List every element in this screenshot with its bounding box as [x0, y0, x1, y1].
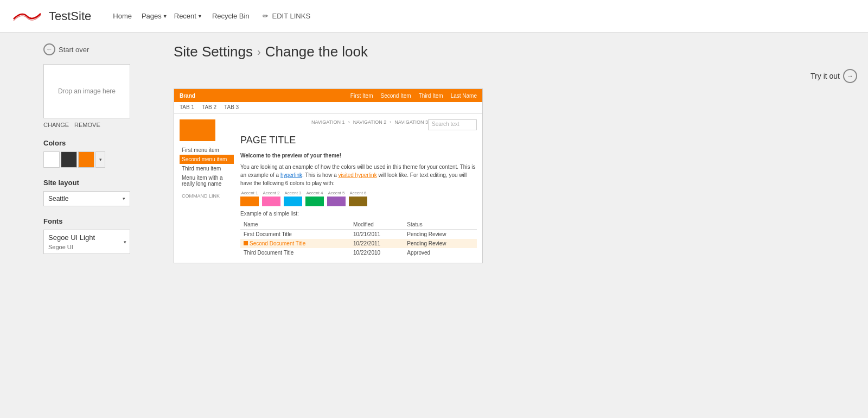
- preview-nav-item-2: Second Item: [380, 93, 411, 99]
- row-indicator-icon: [244, 241, 248, 245]
- table-cell-status-3: Approved: [404, 248, 477, 257]
- site-layout-section: Site layout Seattle ▾: [43, 179, 163, 206]
- start-over-button[interactable]: ← Start over: [43, 43, 163, 55]
- accent-3: Accent 3: [284, 191, 302, 206]
- main-container: ← Start over Drop an image here CHANGE R…: [0, 33, 868, 418]
- preview-menu-item-3[interactable]: Third menu item: [180, 164, 234, 173]
- nav-recycle-bin[interactable]: Recycle Bin: [207, 9, 255, 23]
- table-cell-status-2: Pending Review: [404, 239, 477, 248]
- color-swatch-orange[interactable]: [78, 151, 94, 168]
- try-it-row: Try it out →: [174, 69, 857, 83]
- table-header-status: Status: [404, 220, 477, 230]
- breadcrumb-separator: ›: [257, 46, 261, 58]
- site-title: TestSite: [49, 9, 91, 23]
- preview-visited-link: visited hyperlink: [338, 172, 376, 178]
- colors-label: Colors: [43, 139, 163, 147]
- preview-welcome-heading: Welcome to the preview of your theme!: [240, 151, 477, 160]
- logo-area: TestSite: [11, 5, 91, 27]
- preview-tabs: TAB 1 TAB 2 TAB 3: [174, 102, 482, 114]
- breadcrumb-current: Change the look: [265, 43, 368, 60]
- table-cell-name-1: First Document Title: [240, 230, 350, 239]
- preview-nav-item-1: First Item: [350, 93, 373, 99]
- preview-menu-item-2[interactable]: Second menu item: [180, 155, 234, 164]
- table-cell-status-1: Pending Review: [404, 230, 477, 239]
- change-image-button[interactable]: CHANGE: [43, 122, 69, 128]
- right-content: Site Settings › Change the look Try it o…: [174, 43, 857, 407]
- back-circle-icon: ←: [43, 43, 55, 55]
- try-it-button[interactable]: Try it out →: [810, 69, 857, 83]
- preview-breadcrumb-2: NAVIGATION 2: [353, 119, 387, 128]
- pages-dropdown-arrow: ▼: [163, 14, 168, 19]
- table-header-name: Name: [240, 220, 350, 230]
- table-row-highlighted: Second Document Title 10/22/2011 Pending…: [240, 239, 477, 248]
- accent-6: Accent 6: [349, 191, 367, 206]
- nav-links: Home Pages ▼ Recent ▼ Recycle Bin ✏ EDIT…: [107, 9, 310, 23]
- recent-dropdown-arrow: ▼: [197, 14, 202, 19]
- table-cell-modified-3: 10/22/2010: [350, 248, 404, 257]
- preview-logo-box: [180, 119, 215, 141]
- fonts-label: Fonts: [43, 217, 163, 225]
- preview-breadcrumb-sep-1: ›: [348, 119, 350, 128]
- accent-2: Accent 2: [262, 191, 280, 206]
- fonts-main-value: Segoe UI Light: [44, 230, 130, 243]
- preview-nav-item-3: Third Item: [419, 93, 443, 99]
- try-it-arrow-icon: →: [843, 69, 857, 83]
- preview-header-nav: First Item Second Item Third Item Last N…: [350, 93, 477, 99]
- color-arrow-button[interactable]: ▾: [95, 151, 105, 168]
- table-row: Third Document Title 10/22/2010 Approved: [240, 248, 477, 257]
- fonts-dropdown-arrow: ▾: [124, 239, 126, 245]
- preview-hyperlink: hyperlink: [280, 172, 302, 178]
- nav-pages-dropdown[interactable]: Pages ▼: [139, 9, 170, 23]
- fonts-section: Fonts Segoe UI Light Segoe UI ▾: [43, 217, 163, 254]
- accent-colors-row: Accent 1 Accent 2 Accent 3 Accent 4: [240, 191, 477, 206]
- preview-command-link[interactable]: COMMAND LINK: [180, 192, 234, 200]
- nav-recent-dropdown[interactable]: Recent ▼: [172, 9, 205, 23]
- fonts-box[interactable]: Segoe UI Light Segoe UI ▾: [43, 230, 130, 254]
- page-header: Site Settings › Change the look: [174, 43, 857, 60]
- preview-table: Name Modified Status First Document Titl…: [240, 220, 477, 257]
- preview-tab-3[interactable]: TAB 3: [224, 104, 239, 111]
- remove-image-button[interactable]: REMOVE: [74, 122, 100, 128]
- preview-breadcrumb-3: NAVIGATION 3: [394, 119, 428, 128]
- preview-main-content: NAVIGATION 1 › NAVIGATION 2 › NAVIGATION…: [240, 119, 477, 257]
- table-cell-modified-1: 10/21/2011: [350, 230, 404, 239]
- preview-nav-item-4: Last Name: [451, 93, 477, 99]
- preview-breadcrumb-1: NAVIGATION 1: [311, 119, 345, 128]
- preview-breadcrumb: NAVIGATION 1 › NAVIGATION 2 › NAVIGATION…: [311, 119, 428, 128]
- preview-search-area: NAVIGATION 1 › NAVIGATION 2 › NAVIGATION…: [240, 119, 477, 130]
- colors-row: ▾: [43, 151, 163, 168]
- preview-search-box[interactable]: Search text: [428, 119, 477, 130]
- top-navigation: TestSite Home Pages ▼ Recent ▼ Recycle B…: [0, 0, 868, 33]
- preview-menu-item-1[interactable]: First menu item: [180, 145, 234, 155]
- accent-5: Accent 5: [327, 191, 346, 206]
- accent-4: Accent 4: [305, 191, 324, 206]
- table-cell-modified-2: 10/22/2011: [350, 239, 404, 248]
- preview-tab-1[interactable]: TAB 1: [180, 104, 194, 111]
- pencil-icon: ✏: [263, 12, 269, 20]
- preview-header-bar: Brand First Item Second Item Third Item …: [174, 89, 482, 102]
- preview-breadcrumb-sep-2: ›: [390, 119, 391, 128]
- preview-page-title: PAGE TITLE: [240, 135, 477, 146]
- table-header-modified: Modified: [350, 220, 404, 230]
- nav-edit-links[interactable]: ✏ EDIT LINKS: [263, 12, 311, 20]
- site-layout-select[interactable]: Seattle ▾: [43, 191, 130, 206]
- site-logo: [11, 5, 43, 27]
- table-cell-name-2: Second Document Title: [240, 239, 350, 248]
- preview-tab-2[interactable]: TAB 2: [202, 104, 216, 111]
- color-swatch-white[interactable]: [43, 151, 60, 168]
- image-drop-area[interactable]: Drop an image here: [43, 64, 130, 118]
- start-over-label: Start over: [59, 46, 89, 54]
- site-layout-value: Seattle: [48, 195, 68, 202]
- preview-body: First menu item Second menu item Third m…: [174, 114, 482, 263]
- site-layout-label: Site layout: [43, 179, 163, 187]
- change-remove-actions: CHANGE REMOVE: [43, 122, 163, 128]
- preview-welcome-body: You are looking at an example of how the…: [240, 163, 477, 187]
- table-cell-name-3: Third Document Title: [240, 248, 350, 257]
- preview-list-title: Example of a simple list:: [240, 211, 477, 217]
- color-swatch-dark[interactable]: [61, 151, 77, 168]
- left-panel: ← Start over Drop an image here CHANGE R…: [43, 43, 174, 407]
- breadcrumb-site-settings: Site Settings: [174, 43, 253, 60]
- nav-home[interactable]: Home: [107, 9, 137, 23]
- try-it-label: Try it out: [810, 72, 840, 80]
- preview-menu-item-4[interactable]: Menu item with a really long name: [180, 173, 234, 188]
